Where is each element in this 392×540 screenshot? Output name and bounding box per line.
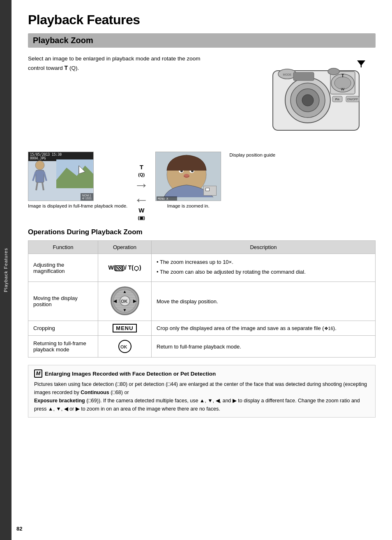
svg-rect-20 bbox=[36, 170, 44, 182]
svg-point-19 bbox=[35, 161, 44, 170]
dpad-up: ▲ bbox=[123, 289, 127, 294]
col-operation: Operation bbox=[98, 241, 152, 254]
operations-table: Function Operation Description Adjusting… bbox=[28, 240, 376, 358]
func-moving: Moving the display position bbox=[28, 282, 98, 321]
camera-diagram-container: T W Fn ON/OFF T MODE bbox=[265, 54, 376, 142]
svg-text:OK: OK bbox=[120, 344, 127, 349]
display-guide-label-container: Display position guide bbox=[228, 152, 275, 168]
display-guide-box bbox=[203, 186, 217, 196]
svg-text:OK: OK bbox=[121, 299, 128, 304]
note-box: M Enlarging Images Recorded with Face De… bbox=[28, 365, 376, 418]
full-frame-label: Image is displayed in full-frame playbac… bbox=[28, 203, 127, 209]
svg-point-14 bbox=[328, 68, 339, 75]
svg-line-23 bbox=[36, 182, 37, 190]
desc-item-2: The zoom can also be adjusted by rotatin… bbox=[157, 268, 370, 276]
col-description: Description bbox=[152, 241, 376, 254]
page-number: 82 bbox=[16, 526, 22, 532]
ok-icon: OK bbox=[121, 298, 129, 304]
dpad-ok: OK bbox=[120, 295, 130, 306]
svg-point-38 bbox=[134, 266, 138, 270]
arrow-T-label: T (Q) bbox=[138, 164, 145, 178]
ok-return-icon: OK bbox=[120, 344, 129, 349]
sidebar-label: Playback Features bbox=[3, 248, 8, 292]
t-q-icon bbox=[134, 265, 139, 271]
arrow-column: T (Q) → ← W (▣) bbox=[134, 152, 149, 221]
note-body: Pictures taken using face detection (□80… bbox=[34, 380, 369, 413]
table-row: Moving the display position ▲ ▼ ◀ ▶ OK bbox=[28, 282, 376, 321]
table-row: Returning to full-frame playback mode OK… bbox=[28, 336, 376, 358]
desc-cropping: Crop only the displayed area of the imag… bbox=[152, 321, 376, 336]
sidebar: Playback Features bbox=[0, 0, 12, 540]
display-guide-label: Display position guide bbox=[229, 152, 275, 158]
display-guide-inner bbox=[205, 188, 210, 191]
desc-return: Return to full-frame playback mode. bbox=[152, 336, 376, 358]
menu-label: MENU bbox=[113, 324, 136, 332]
table-row: Cropping MENU Crop only the displayed ar… bbox=[28, 321, 376, 336]
desc-moving: Move the display position. bbox=[152, 282, 376, 321]
section-header: Playback Zoom bbox=[28, 33, 376, 48]
func-adjusting: Adjusting the magnification bbox=[28, 254, 98, 282]
dpad-down: ▼ bbox=[123, 308, 127, 312]
ops-header: Operations During Playback Zoom bbox=[28, 228, 376, 236]
note-title: M Enlarging Images Recorded with Face De… bbox=[34, 369, 369, 378]
note-icon: M bbox=[34, 369, 42, 378]
func-cropping: Cropping bbox=[28, 321, 98, 336]
zoom-intro: Select an image to be enlarged in playba… bbox=[28, 54, 256, 80]
screen-footer: NOM:14/ 1321 bbox=[81, 193, 93, 201]
right-arrow: → bbox=[134, 178, 149, 192]
w-icon bbox=[115, 265, 123, 271]
svg-line-24 bbox=[42, 182, 44, 190]
zoomed-image: MENU X bbox=[155, 152, 221, 201]
wt-symbol: W()/ T() bbox=[108, 264, 141, 271]
page-title: Playback Features bbox=[28, 12, 376, 28]
dpad-ring: ▲ ▼ ◀ ▶ OK bbox=[111, 286, 139, 315]
landscape-figure bbox=[56, 159, 93, 188]
func-return: Returning to full-frame playback mode bbox=[28, 336, 98, 358]
desc-list-adjusting: The zoom increases up to 10×. The zoom c… bbox=[157, 258, 370, 276]
zoom-section: Select an image to be enlarged in playba… bbox=[28, 54, 376, 142]
zoomed-container: MENU X Image is zoomed in. bbox=[155, 152, 221, 209]
svg-text:T: T bbox=[341, 74, 344, 78]
op-cropping: MENU bbox=[98, 321, 152, 336]
table-row: Adjusting the magnification W()/ T() The… bbox=[28, 254, 376, 282]
images-row: 15/05/2013 15:300004.JPG bbox=[28, 152, 376, 221]
desc-item-1: The zoom increases up to 10×. bbox=[157, 258, 370, 266]
left-arrow: ← bbox=[134, 192, 149, 207]
svg-line-22 bbox=[44, 172, 46, 181]
svg-text:Fn: Fn bbox=[335, 97, 339, 101]
ok-button: OK bbox=[118, 340, 131, 353]
dpad-left: ◀ bbox=[113, 299, 117, 303]
dpad-container: ▲ ▼ ◀ ▶ OK bbox=[110, 286, 140, 316]
person-figure bbox=[31, 159, 55, 192]
full-frame-image: 15/05/2013 15:300004.JPG bbox=[28, 152, 94, 201]
svg-text:MODE: MODE bbox=[283, 73, 292, 76]
full-frame-container: 15/05/2013 15:300004.JPG bbox=[28, 152, 127, 209]
camera-diagram: T W Fn ON/OFF T MODE bbox=[265, 54, 367, 141]
intro-text: Select an image to be enlarged in playba… bbox=[28, 54, 205, 72]
ref-link-crop: ❖16 bbox=[324, 326, 333, 331]
svg-text:W: W bbox=[341, 87, 345, 91]
svg-text:ON/OFF: ON/OFF bbox=[347, 98, 358, 101]
desc-adjusting: The zoom increases up to 10×. The zoom c… bbox=[152, 254, 376, 282]
op-adjusting: W()/ T() bbox=[98, 254, 152, 282]
arrow-W-label: W (▣) bbox=[138, 207, 145, 221]
op-moving: ▲ ▼ ◀ ▶ OK bbox=[98, 282, 152, 321]
zoomed-label: Image is zoomed in. bbox=[155, 203, 221, 209]
svg-line-21 bbox=[33, 172, 36, 181]
op-return: OK bbox=[98, 336, 152, 358]
dpad-right: ▶ bbox=[133, 299, 136, 303]
svg-point-4 bbox=[302, 95, 314, 106]
col-function: Function bbox=[28, 241, 98, 254]
svg-rect-18 bbox=[293, 72, 314, 81]
svg-text:MENU X: MENU X bbox=[158, 197, 168, 201]
